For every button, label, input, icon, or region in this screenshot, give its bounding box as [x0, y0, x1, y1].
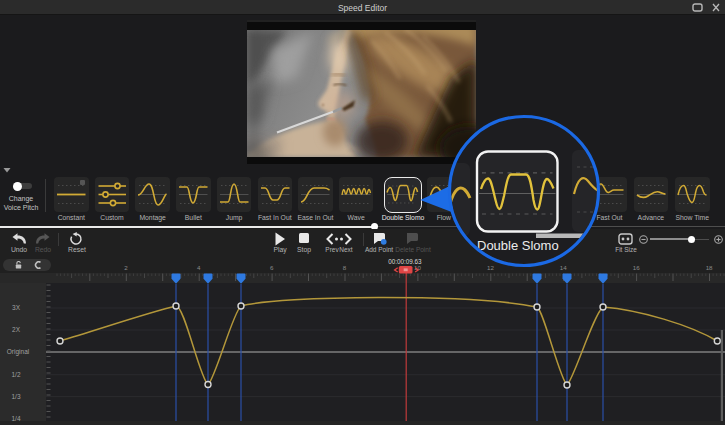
svg-text:Double Slomo: Double Slomo [477, 238, 559, 253]
